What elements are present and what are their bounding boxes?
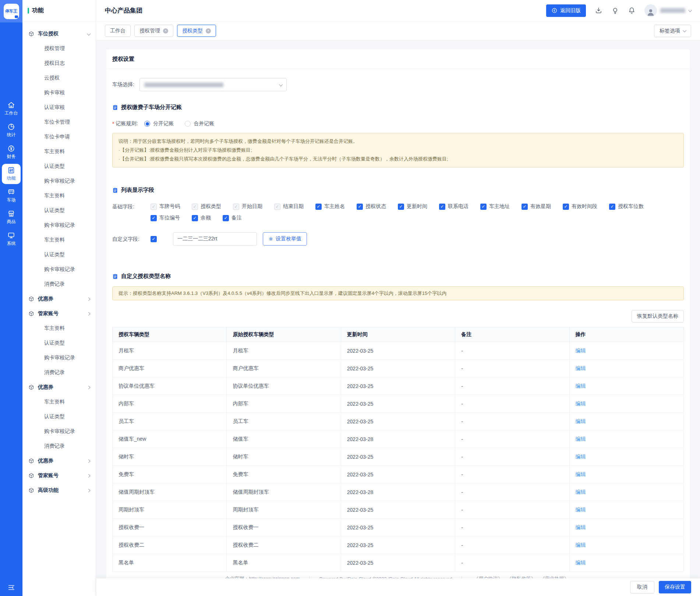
lightbulb-icon[interactable]	[611, 7, 619, 14]
edit-link[interactable]: 编辑	[576, 542, 586, 548]
edit-link[interactable]: 编辑	[576, 489, 586, 495]
circle-back-arrow-icon	[551, 7, 558, 14]
rail-item-商品[interactable]: 商品	[0, 207, 22, 228]
field-checkbox-车位编号[interactable]: 车位编号	[151, 215, 180, 221]
close-icon[interactable]	[206, 28, 211, 33]
edit-link[interactable]: 编辑	[576, 383, 586, 389]
cell-type: 储值周期封顶车	[113, 483, 227, 501]
sidebar-item-车主资料[interactable]: 车主资料	[22, 321, 96, 336]
sidebar-item-车主资料[interactable]: 车主资料	[22, 144, 96, 159]
radio-合并记账[interactable]: 合并记账	[185, 120, 214, 127]
sidebar-item-车主资料[interactable]: 车主资料	[22, 233, 96, 247]
cell-original: 黑名单	[227, 554, 341, 572]
edit-link[interactable]: 编辑	[576, 524, 586, 530]
cell-remark: -	[455, 342, 569, 360]
user-menu[interactable]	[644, 4, 691, 17]
sidebar-item-购卡审核[interactable]: 购卡审核	[22, 85, 96, 100]
cloud-download-icon[interactable]	[595, 7, 602, 14]
bell-icon[interactable]	[628, 7, 636, 14]
edit-link[interactable]: 编辑	[576, 436, 586, 442]
field-checkbox-备注[interactable]: 备注	[223, 215, 242, 221]
rail-item-车场[interactable]: 车场	[0, 185, 22, 207]
close-icon[interactable]	[163, 28, 168, 33]
edit-link[interactable]: 编辑	[576, 507, 586, 512]
edit-link[interactable]: 编辑	[576, 365, 586, 371]
rail-item-功能[interactable]: 功能	[2, 164, 21, 184]
sidebar-item-认证类型[interactable]: 认证类型	[22, 247, 96, 262]
sidebar-item-购卡审核记录[interactable]: 购卡审核记录	[22, 350, 96, 365]
sidebar-item-认证类型[interactable]: 认证类型	[22, 336, 96, 350]
edit-link[interactable]: 编辑	[576, 471, 586, 477]
rail-item-工作台[interactable]: 工作台	[0, 98, 22, 120]
field-checkbox-授权车位数[interactable]: 授权车位数	[609, 203, 644, 210]
collapse-menu-icon[interactable]	[0, 583, 22, 592]
sidebar-group-优惠券[interactable]: 优惠券	[22, 454, 96, 468]
sidebar-item-车位卡管理[interactable]: 车位卡管理	[22, 115, 96, 130]
edit-link[interactable]: 编辑	[576, 454, 586, 459]
app-logo[interactable]: 停车王	[0, 0, 22, 22]
tab-options-button[interactable]: 标签选项	[654, 25, 691, 37]
set-enum-values-button[interactable]: 设置枚举值	[263, 232, 307, 246]
cell-action: 编辑	[569, 466, 683, 483]
sidebar-item-消费记录[interactable]: 消费记录	[22, 277, 96, 292]
field-checkbox-余额[interactable]: 余额	[192, 215, 211, 221]
sidebar-item-车主资料[interactable]: 车主资料	[22, 395, 96, 409]
sidebar-item-车主资料[interactable]: 车主资料	[22, 188, 96, 203]
edit-link[interactable]: 编辑	[576, 348, 586, 353]
edit-link[interactable]: 编辑	[576, 401, 586, 406]
tab-工作台[interactable]: 工作台	[105, 25, 131, 37]
radio-分开记账[interactable]: 分开记账	[144, 120, 174, 127]
field-checkbox-授权状态[interactable]: 授权状态	[357, 203, 386, 210]
restore-default-names-button[interactable]: 恢复默认类型名称	[632, 310, 684, 322]
sidebar-item-授权管理[interactable]: 授权管理	[22, 41, 96, 56]
rail-item-label: 统计	[7, 132, 16, 138]
sidebar-item-车位卡申请[interactable]: 车位卡申请	[22, 130, 96, 144]
rail-item-财务[interactable]: 财务	[0, 141, 22, 163]
tab-授权管理[interactable]: 授权管理	[134, 25, 173, 37]
cube-icon	[28, 458, 34, 464]
field-checkbox-有效星期[interactable]: 有效星期	[522, 203, 551, 210]
sidebar-item-认证类型[interactable]: 认证类型	[22, 159, 96, 174]
sidebar-item-购卡审核记录[interactable]: 购卡审核记录	[22, 424, 96, 439]
sidebar-group-优惠券[interactable]: 优惠券	[22, 380, 96, 395]
sidebar-group-优惠券[interactable]: 优惠券	[22, 292, 96, 306]
rail-item-统计[interactable]: 统计	[0, 120, 22, 141]
types-tip-box: 提示：授权类型名称支持ARM 3.6.1.3（V3系列）及4.0.5.5（v4系…	[112, 286, 684, 300]
cell-type: 员工车	[113, 413, 227, 430]
field-checkbox-有效时间段[interactable]: 有效时间段	[563, 203, 597, 210]
checkbox-icon	[563, 204, 569, 210]
sidebar-item-消费记录[interactable]: 消费记录	[22, 365, 96, 380]
types-table-head: 授权车辆类型原始授权车辆类型更新时间备注操作	[113, 327, 684, 342]
tab-授权类型[interactable]: 授权类型	[177, 25, 216, 37]
sidebar-group-管家账号[interactable]: 管家账号	[22, 306, 96, 321]
custom-field-input[interactable]	[173, 232, 257, 246]
sidebar-item-认证类型[interactable]: 认证类型	[22, 409, 96, 424]
sidebar-item-认证类型[interactable]: 认证类型	[22, 203, 96, 218]
save-settings-button[interactable]: 保存设置	[659, 581, 691, 593]
sidebar-item-授权日志[interactable]: 授权日志	[22, 56, 96, 71]
edit-link[interactable]: 编辑	[576, 560, 586, 565]
field-checkbox-更新时间[interactable]: 更新时间	[398, 203, 427, 210]
sidebar-item-认证审核[interactable]: 认证审核	[22, 100, 96, 115]
cancel-button[interactable]: 取消	[630, 581, 654, 593]
parking-lot-select[interactable]	[139, 78, 287, 91]
cell-remark: -	[455, 413, 569, 430]
column-更新时间: 更新时间	[341, 327, 455, 342]
back-to-old-version-button[interactable]: 返回旧版	[546, 4, 586, 17]
field-checkbox-车主姓名[interactable]: 车主姓名	[315, 203, 345, 210]
field-checkbox-联系电话[interactable]: 联系电话	[439, 203, 469, 210]
sidebar-item-云授权[interactable]: 云授权	[22, 71, 96, 85]
sidebar-group-车位授权[interactable]: 车位授权	[22, 27, 96, 41]
sidebar-item-购卡审核记录[interactable]: 购卡审核记录	[22, 218, 96, 233]
sidebar-item-消费记录[interactable]: 消费记录	[22, 439, 96, 454]
field-checkbox-车主地址[interactable]: 车主地址	[480, 203, 510, 210]
sidebar-group-管家账号[interactable]: 管家账号	[22, 468, 96, 483]
sidebar-group-高级功能[interactable]: 高级功能	[22, 483, 96, 498]
sidebar-item-购卡审核记录[interactable]: 购卡审核记录	[22, 262, 96, 277]
edit-link[interactable]: 编辑	[576, 418, 586, 424]
rail-item-系统[interactable]: 系统	[0, 228, 22, 250]
custom-field-checkbox[interactable]	[151, 236, 157, 242]
table-row: 月租车月租车2022-03-25-编辑	[113, 342, 684, 360]
sidebar-item-购卡审核记录[interactable]: 购卡审核记录	[22, 174, 96, 188]
parking-lot-label: 车场选择:	[112, 81, 134, 88]
